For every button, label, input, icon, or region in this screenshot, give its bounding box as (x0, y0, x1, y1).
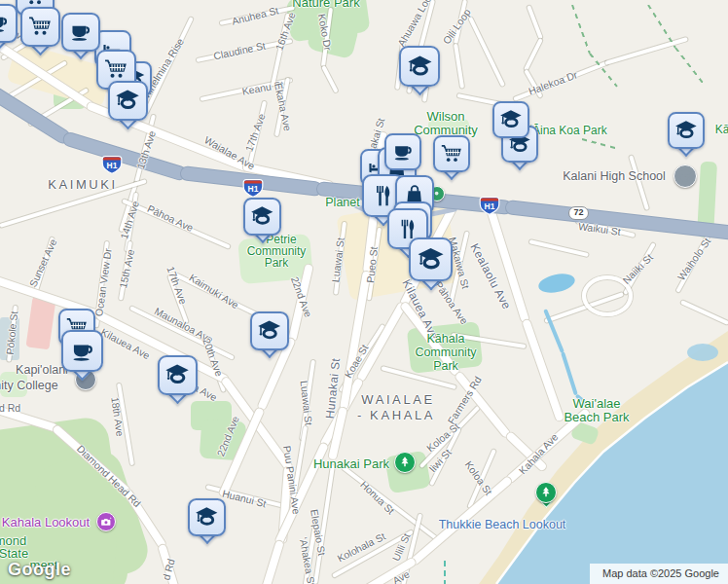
graduation-cap-icon (399, 46, 440, 87)
coffee-cup-icon (384, 133, 421, 170)
marker-graduation-cap[interactable] (668, 112, 705, 163)
google-logo[interactable]: Google (8, 560, 71, 580)
shopping-cart-icon (20, 7, 60, 47)
marker-graduation-cap[interactable] (399, 46, 440, 101)
marker-shopping-cart[interactable] (433, 135, 470, 186)
coffee-cup-icon (0, 4, 18, 43)
tree-icon (535, 482, 557, 503)
map-canvas[interactable]: H1H1H172 Waialae Ave13th AveWilhelmina R… (0, 0, 728, 584)
shopping-cart-icon (433, 135, 470, 172)
marker-coffee-cup[interactable] (0, 4, 18, 56)
marker-shopping-cart[interactable] (20, 7, 60, 61)
marker-graduation-cap[interactable] (108, 81, 148, 135)
marker-graduation-cap[interactable] (409, 237, 453, 297)
graduation-cap-icon (250, 311, 289, 350)
markers-layer (0, 0, 728, 584)
marker-graduation-cap[interactable] (243, 198, 281, 249)
marker-graduation-cap[interactable] (158, 355, 198, 410)
map-attribution: Map data ©2025 Google (590, 564, 728, 584)
marker-coffee-cup[interactable] (61, 330, 103, 386)
graduation-cap-icon (158, 355, 198, 395)
graduation-cap-icon (243, 198, 281, 236)
graduation-cap-icon (188, 498, 226, 536)
graduation-cap-icon (108, 81, 148, 121)
coffee-cup-icon (61, 330, 103, 372)
marker-graduation-cap[interactable] (250, 311, 289, 364)
graduation-cap-icon (668, 112, 705, 149)
marker-graduation-cap[interactable] (188, 498, 226, 550)
graduation-cap-icon (409, 237, 453, 281)
coffee-cup-icon (61, 13, 100, 52)
graduation-cap-icon (492, 101, 529, 138)
tree-poi[interactable] (535, 482, 557, 503)
